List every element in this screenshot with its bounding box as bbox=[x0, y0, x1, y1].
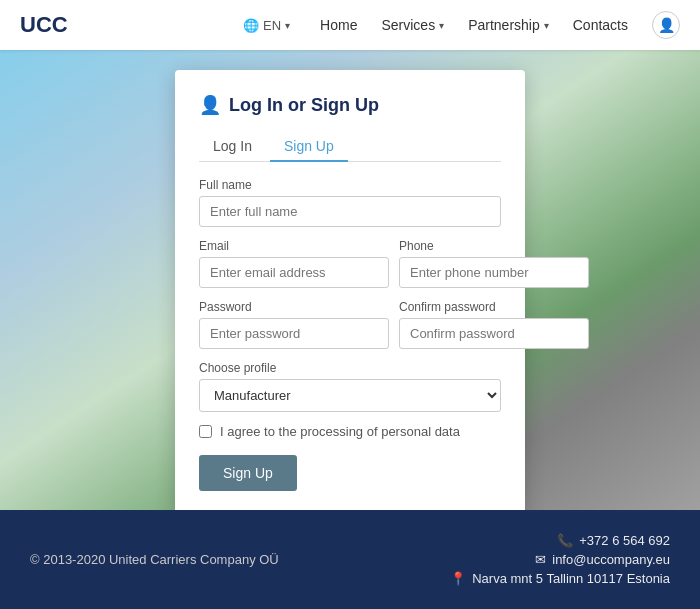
phone-icon: 📞 bbox=[557, 533, 573, 548]
lang-label: EN bbox=[263, 18, 281, 33]
navbar: UCC 🌐 EN ▾ Home Services ▾ Partnership ▾… bbox=[0, 0, 700, 50]
password-row: Password Confirm password bbox=[199, 300, 501, 349]
auth-tabs: Log In Sign Up bbox=[199, 132, 501, 162]
password-group: Password bbox=[199, 300, 389, 349]
location-icon: 📍 bbox=[450, 571, 466, 586]
fullname-label: Full name bbox=[199, 178, 501, 192]
nav-links: Home Services ▾ Partnership ▾ Contacts 👤 bbox=[320, 11, 680, 39]
footer-phone: 📞 +372 6 564 692 bbox=[450, 533, 670, 548]
globe-icon: 🌐 bbox=[243, 18, 259, 33]
chevron-down-icon: ▾ bbox=[439, 20, 444, 31]
phone-group: Phone bbox=[399, 239, 589, 288]
nav-contacts[interactable]: Contacts bbox=[573, 17, 628, 33]
auth-modal: 👤 Log In or Sign Up Log In Sign Up Full … bbox=[175, 70, 525, 510]
profile-group: Choose profile Manufacturer Carrier Forw… bbox=[199, 361, 501, 412]
tab-signup[interactable]: Sign Up bbox=[270, 132, 348, 162]
confirm-password-label: Confirm password bbox=[399, 300, 589, 314]
phone-label: Phone bbox=[399, 239, 589, 253]
footer-email: ✉ info@uccompany.eu bbox=[450, 552, 670, 567]
email-phone-row: Email Phone bbox=[199, 239, 501, 288]
consent-label: I agree to the processing of personal da… bbox=[220, 424, 460, 439]
hero-section: 👤 Log In or Sign Up Log In Sign Up Full … bbox=[0, 50, 700, 510]
password-label: Password bbox=[199, 300, 389, 314]
phone-input[interactable] bbox=[399, 257, 589, 288]
chevron-down-icon: ▾ bbox=[285, 20, 290, 31]
profile-select[interactable]: Manufacturer Carrier Forwarder bbox=[199, 379, 501, 412]
confirm-password-input[interactable] bbox=[399, 318, 589, 349]
nav-home[interactable]: Home bbox=[320, 17, 357, 33]
profile-label: Choose profile bbox=[199, 361, 501, 375]
footer-contacts: 📞 +372 6 564 692 ✉ info@uccompany.eu 📍 N… bbox=[450, 533, 670, 586]
fullname-input[interactable] bbox=[199, 196, 501, 227]
fullname-group: Full name bbox=[199, 178, 501, 227]
consent-row: I agree to the processing of personal da… bbox=[199, 424, 501, 439]
user-icon: 👤 bbox=[199, 94, 221, 116]
nav-partnership[interactable]: Partnership ▾ bbox=[468, 17, 549, 33]
password-input[interactable] bbox=[199, 318, 389, 349]
email-group: Email bbox=[199, 239, 389, 288]
language-selector[interactable]: 🌐 EN ▾ bbox=[243, 18, 290, 33]
modal-title: 👤 Log In or Sign Up bbox=[199, 94, 501, 116]
footer: © 2013-2020 United Carriers Company OÜ 📞… bbox=[0, 510, 700, 609]
consent-checkbox[interactable] bbox=[199, 425, 212, 438]
tab-login[interactable]: Log In bbox=[199, 132, 266, 162]
user-account-icon[interactable]: 👤 bbox=[652, 11, 680, 39]
footer-copyright: © 2013-2020 United Carriers Company OÜ bbox=[30, 552, 279, 567]
email-label: Email bbox=[199, 239, 389, 253]
email-input[interactable] bbox=[199, 257, 389, 288]
nav-services[interactable]: Services ▾ bbox=[381, 17, 444, 33]
email-icon: ✉ bbox=[535, 552, 546, 567]
chevron-down-icon: ▾ bbox=[544, 20, 549, 31]
signup-button[interactable]: Sign Up bbox=[199, 455, 297, 491]
footer-address: 📍 Narva mnt 5 Tallinn 10117 Estonia bbox=[450, 571, 670, 586]
logo: UCC bbox=[20, 12, 68, 38]
confirm-password-group: Confirm password bbox=[399, 300, 589, 349]
